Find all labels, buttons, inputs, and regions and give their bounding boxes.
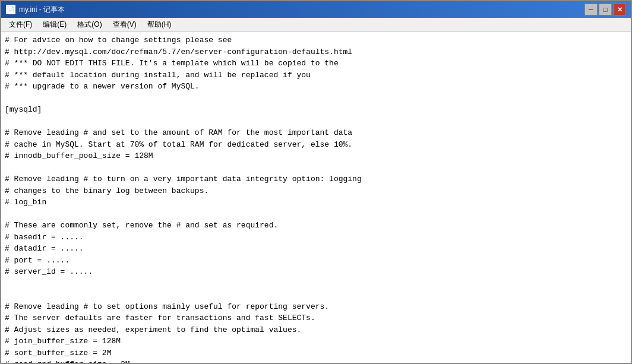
line-15	[5, 208, 627, 220]
line-6: [mysqld]	[5, 104, 627, 116]
line-17: # basedir = .....	[5, 232, 627, 243]
line-19: # port = .....	[5, 255, 627, 267]
line-27: # sort_buffer_size = 2M	[5, 347, 627, 359]
line-28: # read_rnd_buffer_size = 2M	[5, 359, 627, 363]
menu-help[interactable]: 帮助(H)	[142, 18, 177, 31]
line-13: # changes to the binary log between back…	[5, 185, 627, 197]
menu-view[interactable]: 查看(V)	[108, 18, 142, 31]
line-9: # cache in MySQL. Start at 70% of total …	[5, 139, 627, 151]
line-5	[5, 93, 627, 105]
line-1: # http://dev.mysql.com/doc/refman/5.7/en…	[5, 46, 627, 58]
line-18: # datadir = .....	[5, 243, 627, 255]
line-0: # For advice on how to change settings p…	[5, 34, 627, 46]
line-7	[5, 116, 627, 128]
main-window: 📄 my.ini - 记事本 ─ □ ✕ 文件(F) 编辑(E) 格式(O) 查…	[0, 0, 632, 364]
line-23: # Remove leading # to set options mainly…	[5, 301, 627, 313]
menu-format[interactable]: 格式(O)	[72, 18, 107, 31]
window-controls: ─ □ ✕	[584, 4, 626, 15]
app-icon: 📄	[6, 5, 15, 14]
window-title: my.ini - 记事本	[19, 5, 65, 15]
line-16: # These are commonly set, remove the # a…	[5, 220, 627, 232]
line-26: # join_buffer_size = 128M	[5, 335, 627, 347]
line-20: # server_id = .....	[5, 266, 627, 278]
close-button[interactable]: ✕	[613, 4, 626, 15]
line-3: # *** default location during install, a…	[5, 69, 627, 81]
maximize-button[interactable]: □	[599, 4, 612, 15]
line-10: # innodb_buffer_pool_size = 128M	[5, 150, 627, 162]
line-25: # Adjust sizes as needed, experiment to …	[5, 324, 627, 336]
menu-bar: 文件(F) 编辑(E) 格式(O) 查看(V) 帮助(H)	[1, 18, 631, 32]
line-4: # *** upgrade to a newer version of MySQ…	[5, 81, 627, 93]
text-editor[interactable]: # For advice on how to change settings p…	[1, 32, 631, 363]
line-8: # Remove leading # and set to the amount…	[5, 127, 627, 139]
line-24: # The server defaults are faster for tra…	[5, 312, 627, 324]
line-14: # log_bin	[5, 197, 627, 208]
line-2: # *** DO NOT EDIT THIS FILE. It's a temp…	[5, 58, 627, 69]
line-12: # Remove leading # to turn on a very imp…	[5, 173, 627, 185]
menu-edit[interactable]: 编辑(E)	[37, 18, 72, 31]
minimize-button[interactable]: ─	[584, 4, 598, 15]
menu-file[interactable]: 文件(F)	[4, 18, 37, 31]
line-21	[5, 278, 627, 290]
title-bar: 📄 my.ini - 记事本 ─ □ ✕	[1, 1, 631, 18]
line-22	[5, 289, 627, 301]
title-bar-left: 📄 my.ini - 记事本	[6, 5, 65, 15]
line-11	[5, 162, 627, 174]
